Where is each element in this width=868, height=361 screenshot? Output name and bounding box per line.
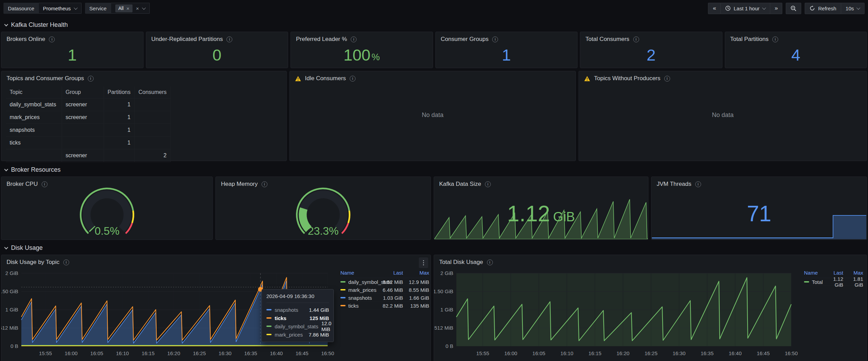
time-shift-back-button[interactable]: « <box>708 3 720 14</box>
service-label: Service <box>85 3 111 14</box>
datasource-select[interactable]: Prometheus <box>39 3 82 14</box>
info-icon[interactable] <box>63 259 69 265</box>
svg-text:1.50 GiB: 1.50 GiB <box>1 288 18 294</box>
series-color-swatch <box>266 317 272 319</box>
stat-value: 1 <box>436 43 578 66</box>
svg-text:16:50: 16:50 <box>321 350 334 356</box>
time-range-picker[interactable]: Last 1 hour <box>721 3 770 14</box>
no-data-message: No data <box>579 112 867 119</box>
panel-title: Total Consumers <box>585 36 629 43</box>
svg-text:0 B: 0 B <box>445 343 453 349</box>
info-icon[interactable] <box>226 36 232 42</box>
info-icon[interactable] <box>772 36 778 42</box>
remove-chip-icon[interactable]: × <box>126 6 129 11</box>
table-row: daily_symbol_statsscreener1 <box>6 98 171 111</box>
svg-text:16:10: 16:10 <box>116 350 129 356</box>
panel-total-disk-usage: Total Disk Usage 2 GiB1.50 GiB1 GiB512 M… <box>434 255 867 361</box>
panel-title: Consumer Groups <box>441 36 489 43</box>
clear-all-icon[interactable]: × <box>136 6 139 11</box>
svg-text:16:10: 16:10 <box>560 350 573 356</box>
info-icon[interactable] <box>350 76 356 82</box>
svg-text:16:40: 16:40 <box>729 350 742 356</box>
series-color-swatch <box>340 289 346 290</box>
chevron-down-icon <box>142 6 146 10</box>
legend-row-Total[interactable]: Total 1.12 GiB1.81 GiB <box>804 278 863 286</box>
svg-text:16:20: 16:20 <box>616 350 629 356</box>
service-variable: Service All × × <box>85 3 150 14</box>
panel-kafka-data-size: Kafka Data Size 1.12 GiB <box>434 177 648 240</box>
jvm-threads-value: 71 <box>652 201 867 226</box>
tooltip-timestamp: 2026-04-09 16:36:30 <box>266 293 329 303</box>
series-color-swatch <box>340 281 346 283</box>
total-disk-usage-chart[interactable]: 2 GiB1.50 GiB1 GiB512 MiB0 B15:5516:0016… <box>434 267 867 361</box>
series-color-swatch <box>266 334 272 335</box>
warning-icon <box>584 76 590 82</box>
tooltip-series-daily_symbol_stats: daily_symbol_stats12.0 MiB <box>266 322 329 330</box>
svg-text:16:15: 16:15 <box>589 350 602 356</box>
no-data-message: No data <box>290 112 575 119</box>
refresh-label: Refresh <box>818 6 836 11</box>
table-row: ticks1 <box>6 136 171 149</box>
legend-row-daily_symbol_stats[interactable]: daily_symbol_stats 8.52 MiB12.9 MiB <box>340 278 429 286</box>
disk-usage-by-topic-legend: NameLastMax daily_symbol_stats 8.52 MiB1… <box>340 269 429 310</box>
info-icon[interactable] <box>351 36 357 42</box>
clock-icon <box>725 6 731 11</box>
broker-cpu-gauge: 0.5% <box>67 184 147 241</box>
section-title: Disk Usage <box>11 244 43 252</box>
svg-text:0.5%: 0.5% <box>94 225 119 237</box>
double-chevron-left-icon: « <box>713 5 716 12</box>
column-header[interactable]: Partitions <box>104 86 135 98</box>
legend-row-snapshots[interactable]: snapshots 1.03 GiB1.66 GiB <box>340 294 429 302</box>
info-icon[interactable] <box>49 36 55 42</box>
svg-text:16:25: 16:25 <box>193 350 206 356</box>
topics-table: TopicGroupPartitionsConsumersdaily_symbo… <box>6 86 171 162</box>
column-header[interactable]: Group <box>62 86 104 98</box>
zoom-out-time-button[interactable] <box>786 3 801 14</box>
info-icon[interactable] <box>88 76 94 82</box>
table-row: mark_pricesscreener1 <box>6 111 171 124</box>
svg-text:15:55: 15:55 <box>476 350 489 356</box>
service-select[interactable]: All × × <box>111 3 150 14</box>
svg-text:0 B: 0 B <box>10 343 18 349</box>
panel-title: Idle Consumers <box>305 75 346 82</box>
svg-text:16:05: 16:05 <box>90 350 103 356</box>
svg-text:16:00: 16:00 <box>65 350 78 356</box>
tooltip-series-snapshots: snapshots1.44 GiB <box>266 306 329 314</box>
section-broker-resources[interactable]: Broker Resources <box>5 166 61 173</box>
info-icon[interactable] <box>664 76 670 82</box>
legend-row-ticks[interactable]: ticks 82.2 MiB135 MiB <box>340 302 429 310</box>
section-kafka-cluster-health[interactable]: Kafka Cluster Health <box>5 21 68 29</box>
panel-title: Total Partitions <box>730 36 769 43</box>
refresh-interval-picker[interactable]: 10s <box>841 3 865 14</box>
refresh-button[interactable]: Refresh <box>805 3 841 14</box>
panel-broker-cpu: Broker CPU 0.5% <box>1 177 213 240</box>
stat-panel-total-consumers: Total Consumers 2 <box>580 32 722 68</box>
info-icon[interactable] <box>492 36 498 42</box>
series-color-swatch <box>804 281 809 283</box>
stat-value: 0 <box>146 43 288 66</box>
heap-memory-gauge: 23.3% <box>284 184 363 241</box>
datasource-value: Prometheus <box>43 6 71 11</box>
info-icon[interactable] <box>633 36 639 42</box>
tooltip-series-mark_prices: mark_prices7.86 MiB <box>266 330 329 339</box>
datasource-variable: Datasource Prometheus <box>3 3 82 14</box>
svg-text:15:55: 15:55 <box>39 350 52 356</box>
kafka-data-size-value: 1.12 GiB <box>434 201 648 226</box>
svg-text:16:05: 16:05 <box>532 350 546 356</box>
svg-text:512 MiB: 512 MiB <box>1 325 18 331</box>
series-color-swatch <box>340 305 346 306</box>
svg-text:23.3%: 23.3% <box>308 225 339 237</box>
chevron-down-icon <box>4 22 8 26</box>
time-shift-forward-button[interactable]: » <box>770 3 782 14</box>
info-icon[interactable] <box>487 259 493 265</box>
stat-panel-under-replicated-partitions: Under-Replicated Partitions 0 <box>146 32 288 68</box>
series-color-swatch <box>266 326 272 327</box>
svg-text:1 GiB: 1 GiB <box>5 307 18 312</box>
dashboard-toolbar: Datasource Prometheus Service All × × « <box>0 0 868 17</box>
column-header[interactable]: Consumers <box>135 86 171 98</box>
service-chip[interactable]: All × <box>115 4 133 12</box>
column-header[interactable]: Topic <box>6 86 62 98</box>
stat-value: 1 <box>1 43 143 66</box>
legend-row-mark_prices[interactable]: mark_prices 6.46 MiB8.55 MiB <box>340 286 429 294</box>
section-disk-usage[interactable]: Disk Usage <box>5 244 43 252</box>
